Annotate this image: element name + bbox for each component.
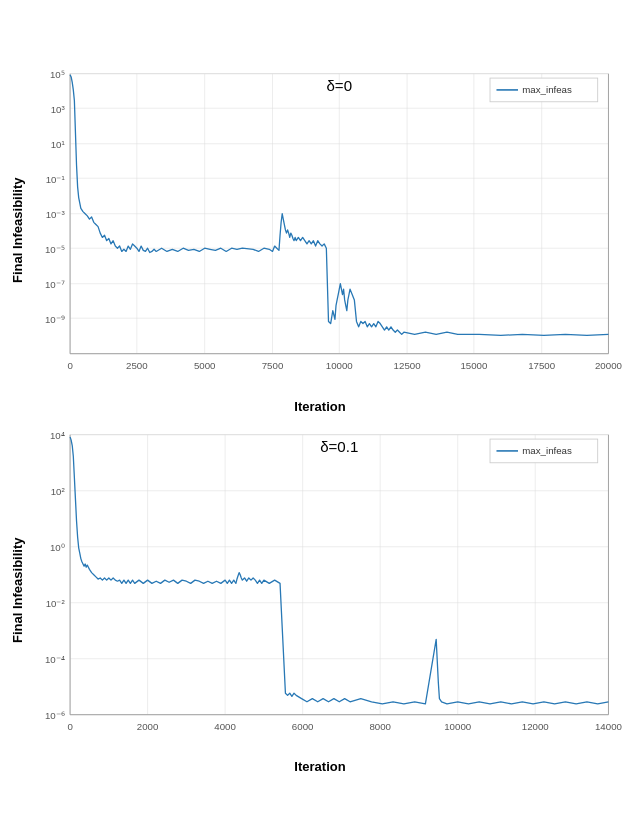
svg-text:max_infeas: max_infeas: [522, 445, 572, 456]
svg-text:0: 0: [67, 360, 73, 371]
svg-text:2000: 2000: [137, 720, 159, 731]
chart-delta0: Final Infeasibility: [10, 63, 630, 414]
svg-text:10⁻⁶: 10⁻⁶: [45, 710, 65, 721]
svg-text:10⁰: 10⁰: [50, 542, 65, 553]
svg-text:4000: 4000: [214, 720, 236, 731]
svg-text:10²: 10²: [51, 486, 66, 497]
svg-text:δ=0.1: δ=0.1: [320, 437, 358, 454]
svg-text:10000: 10000: [326, 360, 354, 371]
svg-text:0: 0: [67, 720, 73, 731]
svg-text:10⁻²: 10⁻²: [46, 598, 66, 609]
svg-text:5000: 5000: [194, 360, 216, 371]
svg-text:6000: 6000: [292, 720, 314, 731]
svg-rect-41: [70, 434, 608, 714]
svg-text:10³: 10³: [51, 103, 66, 114]
svg-text:10⁻⁷: 10⁻⁷: [45, 279, 65, 290]
svg-text:10000: 10000: [444, 720, 472, 731]
svg-text:10⁻⁵: 10⁻⁵: [45, 243, 65, 254]
svg-text:12000: 12000: [522, 720, 550, 731]
y-axis-label-2: Final Infeasibility: [10, 440, 25, 740]
svg-text:10⁻⁴: 10⁻⁴: [45, 654, 65, 665]
svg-text:max_infeas: max_infeas: [522, 84, 572, 95]
svg-text:10⁵: 10⁵: [50, 69, 65, 80]
y-axis-label-1: Final Infeasibility: [10, 80, 25, 380]
svg-text:14000: 14000: [595, 720, 623, 731]
chart2-svg: 10⁴ 10² 10⁰ 10⁻² 10⁻⁴ 10⁻⁶ 0 2000 4000 6…: [27, 424, 630, 758]
svg-text:7500: 7500: [262, 360, 284, 371]
svg-text:15000: 15000: [460, 360, 488, 371]
x-axis-label-2: Iteration: [294, 759, 345, 774]
svg-text:10¹: 10¹: [51, 139, 66, 150]
svg-text:10⁻³: 10⁻³: [46, 209, 66, 220]
svg-text:10⁻⁹: 10⁻⁹: [45, 313, 65, 324]
svg-text:12500: 12500: [394, 360, 422, 371]
svg-text:10⁴: 10⁴: [50, 430, 65, 441]
svg-text:2500: 2500: [126, 360, 148, 371]
chart-delta01: Final Infeasibility: [10, 424, 630, 775]
charts-container: Final Infeasibility: [10, 63, 630, 775]
svg-text:8000: 8000: [369, 720, 391, 731]
svg-text:17500: 17500: [528, 360, 556, 371]
svg-text:20000: 20000: [595, 360, 623, 371]
chart1-svg: 10⁵ 10³ 10¹ 10⁻¹ 10⁻³ 10⁻⁵ 10⁻⁷ 10⁻⁹ 0 2…: [27, 63, 630, 397]
x-axis-label-1: Iteration: [294, 399, 345, 414]
svg-text:δ=0: δ=0: [326, 77, 352, 94]
svg-text:10⁻¹: 10⁻¹: [46, 173, 66, 184]
